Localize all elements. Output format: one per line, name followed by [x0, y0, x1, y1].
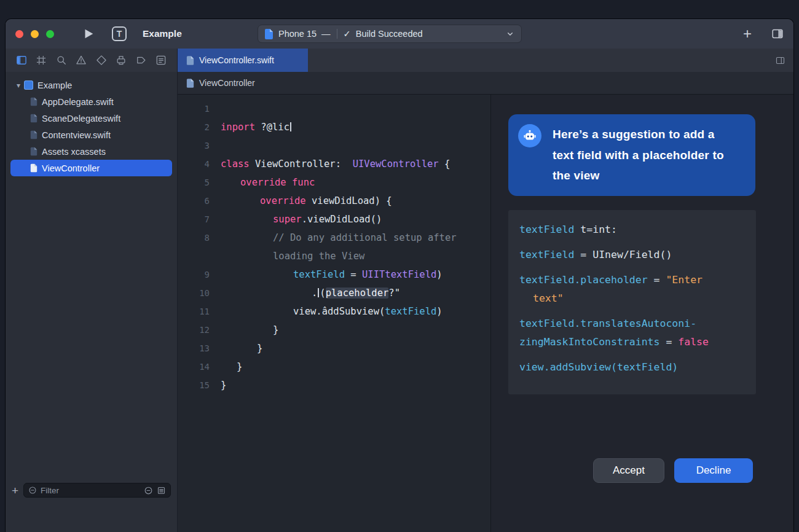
code-token: loading the View [273, 251, 364, 262]
debug-navigator-icon[interactable] [114, 53, 128, 67]
line-number: 5 [178, 173, 210, 192]
code-line: 10.(placeholder?" [178, 284, 490, 302]
zoom-window-button[interactable] [46, 30, 54, 38]
decline-button[interactable]: Decline [674, 458, 753, 483]
run-button[interactable] [81, 26, 96, 41]
text-cursor [290, 122, 291, 131]
target-letter: T [117, 29, 122, 39]
line-number: 9 [178, 265, 210, 284]
line-code: override func [210, 173, 315, 192]
titlebar: T Example Phone 15 — ✓ Build Succeeded + [6, 19, 793, 49]
chevron-down-icon[interactable] [505, 29, 515, 39]
editor-panel-toggle-icon[interactable] [774, 55, 786, 66]
close-window-button[interactable] [15, 30, 23, 38]
code-token: inport [221, 122, 255, 133]
file-row-viewcontroller[interactable]: ViewController [10, 160, 172, 176]
code-editor[interactable]: 12inport ?@lic34class ViewController: UI… [178, 95, 490, 532]
scheme-selector[interactable]: Phone 15 — ✓ Build Succeeded [258, 25, 522, 43]
code-token: viewDidLoad) { [306, 195, 392, 206]
code-token: view.addSubview(textField) [519, 361, 678, 373]
file-row-scanedelegateswift[interactable]: ScaneDelegateswift [10, 110, 172, 127]
code-token: .viewDidLoad() [302, 214, 382, 225]
line-code: override viewDidLoad) { [210, 192, 392, 210]
filter-icon [28, 486, 37, 495]
build-status-text: Build Succeeded [356, 29, 423, 39]
line-code [210, 100, 221, 118]
line-code: } [210, 339, 262, 358]
file-row-example[interactable]: ▾Example [10, 77, 172, 93]
code-token: textField.translatesAutoconi- [519, 318, 696, 329]
minimize-window-button[interactable] [31, 30, 39, 38]
code-token: = UInew/Field() [574, 249, 672, 260]
line-code: view.âddSubview(textField) [210, 302, 443, 321]
accept-button[interactable]: Accept [593, 458, 664, 483]
line-code: } [210, 321, 278, 339]
code-token: } [257, 343, 262, 354]
code-line: 6override viewDidLoad) { [178, 192, 490, 210]
document-icon [30, 97, 37, 106]
filter-recent-icon[interactable] [144, 486, 153, 495]
code-token: text" [533, 292, 564, 304]
line-code: } [210, 358, 242, 376]
add-file-button[interactable]: + [12, 485, 18, 496]
target-button[interactable]: T [112, 26, 127, 41]
line-code: .(placeholder?" [210, 284, 400, 302]
assistant-code-line: textField.translatesAutoconi- [519, 315, 745, 333]
code-token: t=int: [574, 224, 617, 235]
code-line: 12} [178, 321, 490, 339]
code-line: 11view.âddSubview(textField) [178, 302, 490, 321]
line-number: 10 [178, 284, 210, 302]
editor-content: 12inport ?@lic34class ViewController: UI… [178, 95, 793, 532]
filter-list-icon[interactable] [157, 486, 166, 495]
file-row-appdelegate-swift[interactable]: AppDelegate.swift [10, 93, 172, 110]
project-navigator-icon[interactable] [15, 53, 28, 67]
search-navigator-icon[interactable] [55, 53, 68, 67]
line-number: 4 [178, 155, 210, 173]
line-code: } [210, 376, 226, 394]
test-navigator-icon[interactable] [95, 53, 108, 67]
file-label: Contentview.swift [42, 130, 111, 140]
code-token: placeholder [326, 288, 389, 299]
assistant-code-line: textField = UInew/Field() [519, 246, 745, 264]
code-token: textField.placeholder [519, 274, 648, 286]
add-editor-button[interactable]: + [743, 26, 752, 41]
issue-navigator-icon[interactable] [74, 53, 88, 67]
file-row-assets-xcassets[interactable]: Assets xcassets [10, 143, 172, 160]
code-token: class [221, 158, 250, 170]
document-icon [30, 130, 37, 139]
project-title: Example [143, 28, 182, 39]
filter-field[interactable]: Filter [23, 483, 171, 498]
code-line: 3 [178, 136, 490, 155]
code-line: 8// Do any additional setup after [178, 229, 490, 247]
xcode-window: T Example Phone 15 — ✓ Build Succeeded + [5, 18, 794, 532]
line-number: 3 [178, 136, 210, 155]
disclosure-caret-icon[interactable]: ▾ [13, 81, 24, 90]
file-label: AppDelegate.swift [42, 97, 114, 107]
line-code: textField = UIITtextField) [210, 265, 443, 284]
code-token: view.âddSubview( [293, 306, 385, 317]
code-token: ViewController: [250, 158, 353, 170]
line-code: class ViewController: UIVewController { [210, 155, 450, 173]
code-token: } [273, 324, 278, 335]
code-token: false [678, 336, 709, 348]
inspector-panel-toggle[interactable] [770, 27, 785, 41]
file-row-contentview-swift[interactable]: Contentview.swift [10, 127, 172, 143]
robot-avatar-icon [518, 124, 541, 147]
scheme-doc-icon [264, 29, 274, 39]
tab-viewcontroller-swift[interactable]: ViewController.swift [178, 49, 308, 72]
breakpoint-navigator-icon[interactable] [135, 53, 148, 67]
source-control-navigator-icon[interactable] [34, 53, 48, 67]
line-number: 8 [178, 229, 210, 247]
report-navigator-icon[interactable] [154, 53, 168, 67]
breadcrumb[interactable]: ViewController [178, 72, 793, 95]
file-label: Example [37, 80, 72, 90]
code-line: 4class ViewController: UIVewController { [178, 155, 490, 173]
window-controls [6, 30, 54, 38]
breadcrumb-label: ViewController [199, 78, 255, 88]
code-token: override [260, 195, 306, 206]
line-code: // Do any additional setup after [210, 229, 457, 247]
line-number [178, 247, 210, 265]
code-token: = [648, 274, 666, 286]
code-token: override func [240, 177, 315, 188]
project-icon [24, 80, 33, 90]
